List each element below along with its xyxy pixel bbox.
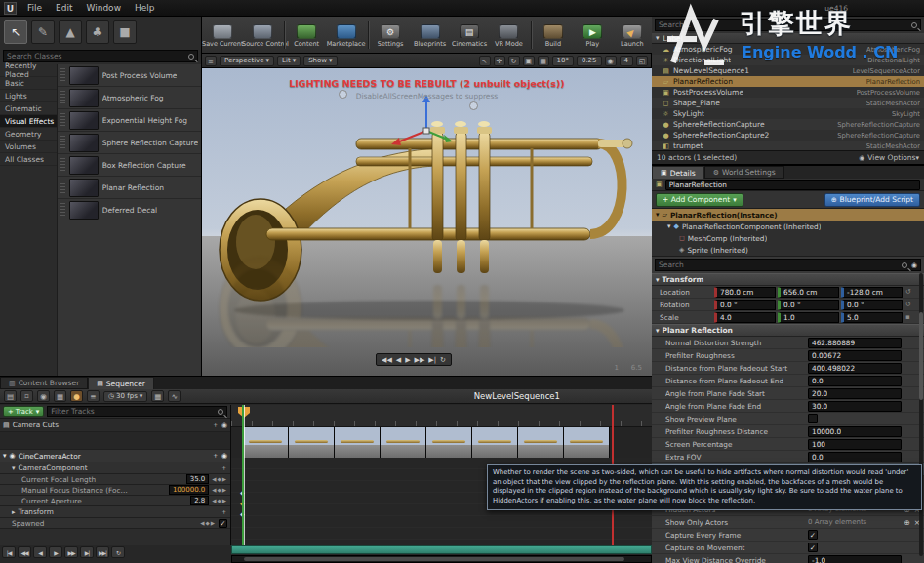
add-icon[interactable]: ＋ [212,421,219,430]
foliage-mode-icon[interactable]: ♣ [86,20,109,44]
category-visual-effects[interactable]: Visual Effects [0,115,57,128]
keyframe-nav-icon[interactable]: ◀◆▶ [212,498,227,503]
camera-cut-thumbnail[interactable] [381,427,426,458]
category-volumes[interactable]: Volumes [0,141,57,153]
to-front-icon[interactable]: |◀ [2,546,16,558]
outliner-row[interactable]: ▣PostProcessVolumePostProcessVolume [652,87,924,98]
menu-file[interactable]: File [20,0,49,17]
tab-details[interactable]: ▣Details [652,166,704,179]
list-item[interactable]: Sphere Reflection Capture [58,132,201,154]
camera-icon[interactable]: ◉ [221,422,227,429]
camera-cuts-strip[interactable] [243,427,610,458]
category-recently-placed[interactable]: Recently Placed [0,64,57,77]
content-button[interactable]: Content [287,22,326,48]
focus-distance-value[interactable]: 100000.0 [169,485,209,495]
outliner-header[interactable]: ▾ Label [652,33,924,44]
list-item[interactable]: Exponential Height Fog [58,109,201,132]
next-frame-icon[interactable]: ▶| [80,546,94,558]
camera-icon[interactable]: ◉ [221,452,227,460]
tab-world-settings[interactable]: ⚙World Settings [704,166,784,179]
section-planar-reflection[interactable]: ▾Planar Reflection [652,324,924,337]
eye-icon[interactable]: ◉ [911,261,917,269]
lit-dropdown[interactable]: Lit▾ [277,56,301,66]
scale-tool-icon[interactable]: ▣ [523,56,535,66]
camera-speed-value[interactable]: 4 [620,56,633,66]
blueprint-add-script-button[interactable]: ⊕Blueprint/Add Script [824,193,920,207]
modes-search-input[interactable] [7,52,188,60]
property-value-field[interactable]: 100 [808,439,902,450]
build-button[interactable]: Build [534,22,573,48]
step-back-icon[interactable]: ◀ [396,356,401,364]
add-icon[interactable]: ＋ [212,451,219,461]
save-icon[interactable]: ▤ [4,390,17,402]
add-component-button[interactable]: + Add Component▾ [656,193,743,207]
outliner-row[interactable]: ☀DirectionalLightDirectionalLight [652,55,924,65]
add-icon[interactable]: ＋ [221,507,227,517]
place-mode-icon[interactable]: ↖ [4,20,27,44]
property-value-field[interactable]: 0.0 [808,452,902,462]
focal-length-track[interactable]: Current Focal Length 35.0◀◆▶ [0,474,230,485]
cine-camera-actor-track[interactable]: ▾◉CineCameraActor ＋◉ [0,450,230,462]
outliner-row[interactable]: ☁AtmosphericFogAtmosphericFog [652,44,924,55]
list-item[interactable]: Planar Reflection [58,177,201,199]
property-value-field[interactable]: 0.00672 [808,350,902,361]
cinematics-button[interactable]: ▤Cinematics [450,22,489,48]
timeline-scrollbar[interactable] [231,555,652,563]
focus-distance-track[interactable]: Manual Focus Distance (Focus Settings) 1… [0,485,230,496]
property-value-field[interactable]: 20.0 [808,388,902,399]
paint-mode-icon[interactable]: ✎ [31,20,55,44]
add-element-icon[interactable]: ⊕ [904,518,909,527]
reflection-sprite-icon[interactable] [469,101,478,110]
save-current-button[interactable]: Save Current [202,22,242,48]
step-back-icon[interactable]: ◀ [33,546,47,558]
menu-help[interactable]: Help [128,0,162,17]
camera-cut-thumbnail[interactable] [426,427,472,458]
component-row[interactable]: ▾◆PlanarReflectionComponent (Inherited) [652,221,924,232]
expand-all-icon[interactable]: ▾ [656,34,660,42]
details-search[interactable]: ◉ [655,259,921,271]
loop-icon[interactable]: ↻ [440,356,446,364]
tab-sequencer[interactable]: ▤Sequencer [88,377,154,389]
launch-button[interactable]: ▲Launch [613,22,652,48]
geometry-mode-icon[interactable]: ■ [113,20,137,44]
keyframe-nav-icon[interactable]: ◀◆▶ [212,487,227,493]
list-item[interactable]: Deferred Decal [58,199,201,221]
to-end-icon[interactable]: ▶▶| [96,546,109,558]
record-icon[interactable]: ● [70,390,83,402]
source-control-button[interactable]: Source Control [242,22,282,48]
keyframe-nav-icon[interactable]: ◀◆▶ [200,520,216,526]
blueprints-button[interactable]: Blueprints [410,22,449,48]
menu-edit[interactable]: Edit [49,0,79,17]
location-y-field[interactable]: 656.0 cm [778,287,839,298]
transform-gizmo[interactable] [387,94,465,162]
maximize-viewport-icon[interactable]: ◱ [636,56,648,66]
perspective-dropdown[interactable]: Perspective▾ [220,56,274,66]
working-range-bar[interactable] [231,545,652,554]
add-track-button[interactable]: + Track▾ [3,406,44,417]
outliner-row[interactable]: ☼SkyLightSkyLight [652,108,924,119]
rotation-z-field[interactable]: 0.0 ° [841,300,903,310]
settings-button[interactable]: ⚙Settings [371,22,410,48]
view-options-button[interactable]: View Options [867,153,915,162]
loop-icon[interactable]: ↻ [111,546,125,558]
menu-window[interactable]: Window [80,0,129,17]
focal-length-value[interactable]: 35.0 [186,474,210,484]
scale-x-field[interactable]: 4.0 [714,312,776,323]
outliner-row[interactable]: ●SphereReflectionCaptureSphereReflection… [652,119,924,130]
capture-on-movement-checkbox[interactable]: ✓ [808,543,818,552]
scene-view[interactable]: LIGHTING NEEDS TO BE REBUILT (2 unbuilt … [202,68,652,376]
camera-cut-thumbnail[interactable] [335,427,381,458]
play-icon[interactable]: ▶ [49,546,62,558]
outliner-row-selected[interactable]: ▱PlanarReflectionPlanarReflection [652,76,924,87]
scrollbar-thumb[interactable] [244,557,624,561]
list-item[interactable]: Post Process Volume [58,64,201,87]
reset-icon[interactable]: ↺ [905,301,911,308]
camera-cut-thumbnail[interactable] [518,427,564,458]
list-item[interactable]: Atmospheric Fog [58,87,201,109]
move-tool-icon[interactable]: ✛ [494,56,505,66]
render-movie-icon[interactable]: ▦ [54,390,66,402]
find-in-content-icon[interactable]: ⌑ [20,390,33,402]
reset-icon[interactable]: ↺ [905,288,911,296]
play-button[interactable]: ▶Play [573,22,612,48]
aperture-track[interactable]: Current Aperture 2.8◀◆▶ [0,496,230,506]
